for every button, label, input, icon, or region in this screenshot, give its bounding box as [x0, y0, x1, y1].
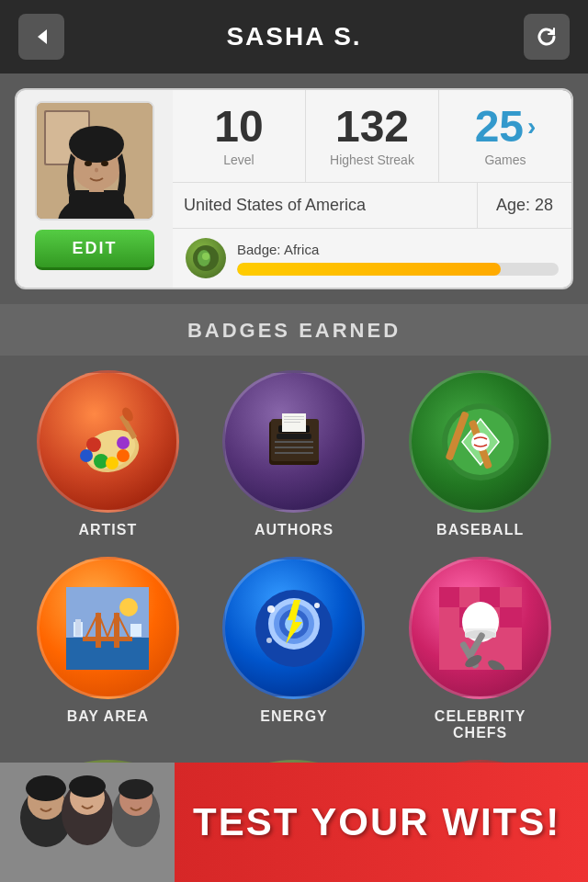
svg-point-9 [85, 161, 92, 166]
svg-point-63 [314, 603, 320, 608]
svg-point-21 [117, 449, 130, 462]
svg-point-131 [69, 775, 106, 797]
badge-info: Badge: Africa [237, 242, 559, 276]
svg-point-62 [267, 605, 275, 613]
badge-energy[interactable]: ENERGY [209, 557, 380, 741]
badge-progress-row: Badge: Africa [173, 229, 571, 288]
streak-stat: 132 Highest Streak [306, 90, 439, 182]
level-stat: 10 Level [173, 90, 306, 182]
svg-marker-0 [38, 29, 47, 44]
stats-section: 10 Level 132 Highest Streak 25 › Games U… [173, 90, 571, 288]
banner-photo [0, 763, 175, 882]
svg-rect-28 [275, 447, 313, 448]
svg-rect-51 [83, 637, 132, 641]
svg-point-18 [80, 449, 93, 462]
badge-baseball-label: BASEBALL [436, 522, 524, 538]
svg-point-41 [471, 433, 490, 451]
badge-baseball[interactable]: BASEBALL [394, 370, 566, 538]
svg-point-22 [117, 436, 130, 449]
games-stat[interactable]: 25 › Games [439, 90, 571, 182]
badge-artist-label: ARTIST [78, 522, 137, 538]
badge-celebrity-chefs[interactable]: CELEBRITY CHEFS [394, 557, 566, 741]
badge-bayarea-icon [37, 557, 179, 699]
banner-text: TEST YOUR WITS! [175, 800, 579, 844]
streak-number: 132 [335, 105, 409, 149]
profile-top: EDIT 10 Level 132 Highest Streak 25 › [17, 90, 571, 288]
streak-label: Highest Streak [330, 153, 414, 167]
profile-card: EDIT 10 Level 132 Highest Streak 25 › [15, 88, 573, 289]
avatar-section: EDIT [17, 90, 173, 288]
svg-rect-70 [500, 587, 522, 607]
svg-rect-30 [277, 434, 311, 439]
svg-rect-67 [439, 587, 459, 607]
svg-rect-35 [284, 422, 300, 423]
svg-point-52 [119, 598, 138, 616]
svg-rect-71 [439, 607, 459, 628]
svg-rect-44 [66, 638, 149, 670]
stats-row: 10 Level 132 Highest Streak 25 › Games [173, 90, 571, 183]
edit-button[interactable]: EDIT [35, 230, 154, 270]
badge-authors-icon [222, 370, 365, 513]
badge-progress-fill [237, 263, 501, 276]
bottom-banner[interactable]: TEST YOUR WITS! [0, 763, 588, 882]
svg-point-10 [101, 161, 108, 166]
badge-baseball-icon [409, 370, 551, 513]
svg-point-11 [95, 168, 98, 173]
svg-rect-34 [284, 419, 304, 420]
app-header: SASHA S. [0, 0, 588, 74]
svg-point-128 [26, 775, 66, 801]
svg-rect-27 [275, 441, 313, 443]
badge-celebchefs-label: CELEBRITY CHEFS [435, 708, 526, 741]
svg-point-8 [69, 126, 124, 163]
svg-point-64 [266, 638, 272, 643]
page-title: SASHA S. [226, 22, 361, 51]
badge-label: Badge: Africa [237, 242, 559, 257]
level-number: 10 [214, 105, 263, 149]
badge-bayarea[interactable]: BAY AREA [22, 557, 194, 741]
svg-rect-74 [500, 607, 522, 628]
badge-celebchefs-icon [409, 557, 551, 699]
badge-authors-label: AUTHORS [254, 522, 334, 538]
badge-progress-bar-bg [237, 263, 559, 276]
badge-bayarea-label: BAY AREA [67, 708, 149, 725]
games-label: Games [484, 153, 526, 167]
country-field: United States of America [173, 183, 478, 228]
badge-artist-icon [37, 370, 179, 513]
badge-energy-label: ENERGY [260, 708, 328, 725]
games-arrow: › [527, 112, 536, 141]
svg-rect-33 [284, 416, 304, 417]
level-label: Level [223, 153, 254, 167]
age-field: Age: 28 [478, 183, 571, 228]
refresh-button[interactable] [524, 14, 570, 60]
badges-section-title: BADGES EARNED [0, 304, 588, 356]
svg-point-14 [202, 253, 209, 260]
badge-authors[interactable]: AUTHORS [209, 370, 380, 538]
badge-africa-icon [186, 238, 226, 278]
badge-artist[interactable]: ARTIST [22, 370, 194, 538]
svg-rect-54 [75, 619, 81, 636]
badge-energy-icon [222, 557, 365, 699]
svg-rect-29 [275, 452, 313, 454]
info-row: United States of America Age: 28 [173, 183, 571, 229]
avatar [35, 101, 154, 220]
games-number: 25 [475, 105, 524, 149]
back-button[interactable] [18, 14, 64, 60]
svg-point-20 [106, 457, 119, 469]
svg-rect-5 [69, 190, 124, 220]
svg-rect-55 [130, 624, 141, 637]
svg-point-134 [119, 779, 153, 799]
